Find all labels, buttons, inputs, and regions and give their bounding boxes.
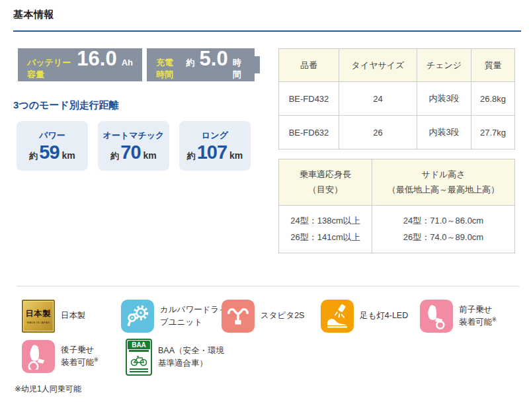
charge-time-badge: 充電時間 約 5.0 時間	[147, 48, 255, 81]
rear-child-seat-icon	[22, 340, 55, 373]
battery-capacity-value: 16.0	[77, 42, 116, 75]
cell-rider-height: 24型：138cm以上 26型：141cm以上	[279, 206, 372, 253]
feature-front-child-seat: 前子乗せ 装着可能※	[420, 300, 497, 333]
footnote: ※幼児1人同乗可能	[15, 384, 81, 395]
mode-boxes: パワー 約 59 km オートマチック 約 70 km ロング 約 107 km	[17, 121, 251, 171]
cell-part-number: BE-FD632	[279, 116, 339, 149]
spec-table: 品番 タイヤサイズ チェンジ 質量 BE-FD432 24 内装3段 26.8k…	[278, 48, 515, 149]
cell-tire-size: 24	[339, 82, 417, 116]
feature-label: BAA（安全・環境 基準適合車）	[158, 345, 224, 370]
feature-label: 日本製	[61, 310, 86, 322]
mode-power-name: パワー	[39, 130, 65, 142]
foot-light-icon	[321, 300, 354, 333]
basic-info-panel: 基本情報 バッテリー容量 16.0 Ah 充電時間 約 5.0 時間 3つのモー…	[0, 0, 529, 420]
col-weight: 質量	[471, 49, 515, 82]
summary-badges: バッテリー容量 16.0 Ah 充電時間 約 5.0 時間	[18, 48, 255, 81]
front-child-seat-icon	[420, 300, 453, 333]
col-rider-height: 乗車適応身長 （目安）	[279, 159, 372, 206]
mode-automatic-name: オートマチック	[103, 130, 165, 142]
drive-unit-gear-icon	[121, 300, 154, 333]
mode-long-unit: km	[229, 150, 243, 161]
table-row: BE-FD432 24 内装3段 26.8kg	[279, 82, 515, 116]
mode-power: パワー 約 59 km	[17, 121, 88, 171]
feature-label: 前子乗せ 装着可能※	[459, 304, 497, 329]
feature-label: カルパワードライ ブユニット	[160, 304, 227, 329]
feature-label: 足も灯4-LED	[360, 310, 408, 322]
cell-part-number: BE-FD432	[279, 82, 339, 116]
title-divider	[13, 30, 521, 32]
mode-long-prefix: 約	[187, 150, 196, 162]
feature-rear-child-seat: 後子乗せ 装着可能※	[22, 340, 99, 373]
charge-time-unit: 時間	[233, 57, 245, 81]
mode-automatic-prefix: 約	[110, 150, 119, 162]
made-in-japan-icon: 日本製 MADE IN JAPAN	[22, 300, 55, 333]
size-table-header-row: 乗車適応身長 （目安） サドル高さ （最低地上高～最高地上高）	[279, 159, 515, 206]
cell-tire-size: 26	[339, 116, 417, 149]
charge-time-value: 5.0	[200, 42, 228, 75]
charge-time-prefix: 約	[186, 57, 195, 69]
col-tire-size: タイヤサイズ	[339, 49, 417, 82]
mode-power-unit: km	[62, 150, 75, 161]
handlebar-icon	[222, 300, 255, 333]
battery-capacity-label: バッテリー容量	[27, 57, 72, 81]
table-row: 24型：138cm以上 26型：141cm以上 24型：71.0～86.0cm …	[279, 206, 515, 253]
battery-capacity-badge: バッテリー容量 16.0 Ah	[18, 48, 142, 81]
cell-gears: 内装3段	[417, 82, 471, 116]
badge-tab-decoration	[255, 56, 260, 73]
charge-time-label: 充電時間	[156, 57, 182, 81]
cell-weight: 26.8kg	[471, 82, 515, 116]
mode-power-prefix: 約	[29, 150, 38, 162]
mode-automatic-unit: km	[143, 150, 157, 161]
feature-label: スタピタ2S	[261, 310, 304, 322]
modes-heading: 3つのモード別走行距離	[13, 99, 119, 112]
spec-table-header-row: 品番 タイヤサイズ チェンジ 質量	[279, 49, 515, 82]
section-divider	[17, 286, 519, 286]
baa-certification-icon: BAA	[126, 339, 152, 376]
battery-capacity-unit: Ah	[122, 58, 133, 67]
feature-made-in-japan: 日本製 MADE IN JAPAN 日本製	[22, 300, 86, 333]
mode-power-value: 59	[39, 143, 59, 162]
col-saddle-height: サドル高さ （最低地上高～最高地上高）	[372, 159, 515, 206]
cell-weight: 27.7kg	[471, 116, 515, 149]
bicycle-icon	[130, 352, 148, 368]
feature-label: 後子乗せ 装着可能※	[61, 344, 99, 370]
feature-baa: BAA BAA（安全・環境 基準適合車）	[126, 339, 224, 376]
page-title: 基本情報	[13, 9, 54, 21]
cell-gears: 内装3段	[417, 116, 471, 149]
table-row: BE-FD632 26 内装3段 27.7kg	[279, 116, 515, 149]
mode-automatic-value: 70	[120, 143, 140, 162]
cell-saddle-height: 24型：71.0～86.0cm 26型：74.0～89.0cm	[372, 206, 515, 253]
mode-long-value: 107	[197, 143, 227, 162]
feature-stapita-2s: スタピタ2S	[222, 300, 304, 333]
feature-calpower-drive-unit: カルパワードライ ブユニット	[121, 300, 227, 333]
feature-ashimoto-light: 足も灯4-LED	[321, 300, 408, 333]
col-part-number: 品番	[279, 49, 339, 82]
mode-automatic: オートマチック 約 70 km	[98, 121, 169, 171]
size-table: 乗車適応身長 （目安） サドル高さ （最低地上高～最高地上高） 24型：138c…	[278, 159, 515, 253]
mode-long-name: ロング	[202, 130, 228, 142]
mode-long: ロング 約 107 km	[179, 121, 251, 171]
col-gears: チェンジ	[417, 49, 471, 82]
